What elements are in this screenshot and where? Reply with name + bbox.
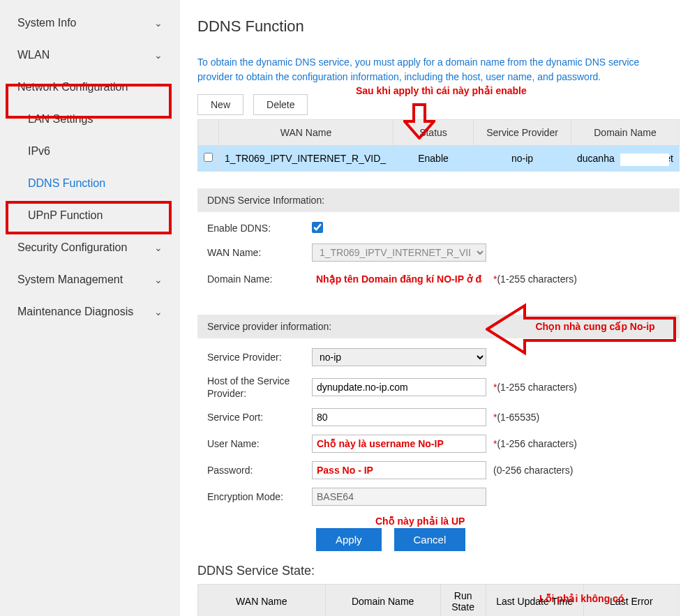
service-provider-select[interactable]: no-ip [312, 348, 486, 366]
label-wan-name: WAN Name: [207, 246, 312, 259]
annotation-up-note: Chỗ này phải là UP [375, 516, 465, 527]
cell-domain: ducanhadns.net [571, 146, 680, 172]
cell-status: Enable [394, 146, 474, 172]
toolbar: New Delete [197, 94, 680, 115]
label-user-name: User Name: [207, 437, 312, 450]
section-ddns-service-info: DDNS Service Information: [197, 188, 680, 212]
chevron-down-icon: ⌄ [154, 306, 163, 317]
label-enable-ddns: Enable DDNS: [207, 222, 312, 234]
col-state-wan: WAN Name [198, 585, 326, 616]
hint-user: *(1-256 characters) [493, 438, 577, 449]
col-wan-name: WAN Name [219, 120, 394, 146]
encryption-mode-input [312, 488, 486, 506]
sidebar-label: System Info [17, 17, 76, 29]
password-input[interactable] [312, 461, 486, 479]
sidebar-item-security-config[interactable]: Security Configuration ⌄ [0, 232, 180, 264]
apply-button[interactable]: Apply [316, 528, 382, 551]
domain-name-input[interactable] [312, 270, 486, 288]
new-button[interactable]: New [197, 94, 243, 115]
service-port-input[interactable] [312, 408, 486, 426]
col-state-run: Run State [440, 585, 486, 616]
sidebar-label: Maintenance Diagnosis [17, 306, 133, 318]
col-state-domain: Domain Name [325, 585, 440, 616]
form-actions: Apply Cancel [316, 528, 680, 551]
ddns-list-table: WAN Name Status Service Provider Domain … [197, 119, 680, 172]
host-provider-input[interactable] [312, 378, 486, 396]
sidebar-item-wlan[interactable]: WLAN ⌄ [0, 39, 180, 71]
label-encryption-mode: Encryption Mode: [207, 490, 312, 503]
sidebar-item-ddns-function[interactable]: DDNS Function [0, 167, 180, 200]
label-service-port: Service Port: [207, 411, 312, 423]
sidebar: System Info ⌄ WLAN ⌄ Network Configurati… [0, 0, 180, 616]
cell-provider: no-ip [474, 146, 571, 172]
label-password: Password: [207, 464, 312, 476]
chevron-down-icon: ⌄ [154, 17, 163, 29]
annotation-box [6, 84, 172, 119]
sidebar-item-system-info[interactable]: System Info ⌄ [0, 7, 180, 39]
col-service-provider: Service Provider [474, 120, 571, 146]
page-title: DDNS Function [197, 17, 680, 36]
table-row[interactable]: 1_TR069_IPTV_INTERNET_R_VID_ Enable no-i… [198, 146, 680, 172]
arrow-left-icon [486, 301, 677, 357]
annotation-error-note: Lỗi phải không có [539, 593, 624, 604]
row-checkbox[interactable] [204, 153, 213, 162]
main-content: DDNS Function To obtain the dynamic DNS … [180, 0, 697, 616]
col-domain-name: Domain Name [571, 120, 680, 146]
label-service-provider: Service Provider: [207, 351, 312, 363]
hint-pass: (0-256 characters) [493, 465, 573, 476]
cell-wan: 1_TR069_IPTV_INTERNET_R_VID_ [219, 146, 394, 172]
sidebar-label: WLAN [17, 49, 50, 61]
hint-domain: *(1-255 characters) [493, 273, 577, 285]
annotation-box [6, 201, 172, 234]
wan-name-select[interactable]: 1_TR069_IPTV_INTERNET_R_VID_ [312, 243, 486, 262]
annotation-enable-note: Sau khi apply thì cái này phải enable [356, 85, 527, 96]
chevron-down-icon: ⌄ [154, 50, 163, 61]
label-host-provider: Host of the Service Provider: [207, 375, 312, 400]
arrow-down-icon [403, 103, 435, 140]
hint-host: *(1-255 characters) [493, 382, 577, 393]
state-heading: DDNS Service State: [197, 564, 680, 578]
sidebar-label: Security Configuration [17, 241, 127, 254]
sidebar-item-ipv6[interactable]: IPv6 [0, 135, 180, 167]
cancel-button[interactable]: Cancel [394, 528, 466, 551]
label-domain-name: Domain Name: [207, 273, 312, 285]
hint-port: *(1-65535) [493, 412, 539, 423]
sidebar-label: System Management [17, 273, 123, 286]
chevron-down-icon: ⌄ [154, 242, 163, 253]
sidebar-item-system-management[interactable]: System Management ⌄ [0, 264, 180, 296]
chevron-down-icon: ⌄ [154, 274, 163, 285]
sidebar-item-maintenance-diagnosis[interactable]: Maintenance Diagnosis ⌄ [0, 296, 180, 328]
user-name-input[interactable] [312, 435, 486, 453]
enable-ddns-checkbox[interactable] [312, 222, 323, 233]
delete-button[interactable]: Delete [253, 94, 308, 115]
intro-text: To obtain the dynamic DNS service, you m… [197, 55, 651, 84]
